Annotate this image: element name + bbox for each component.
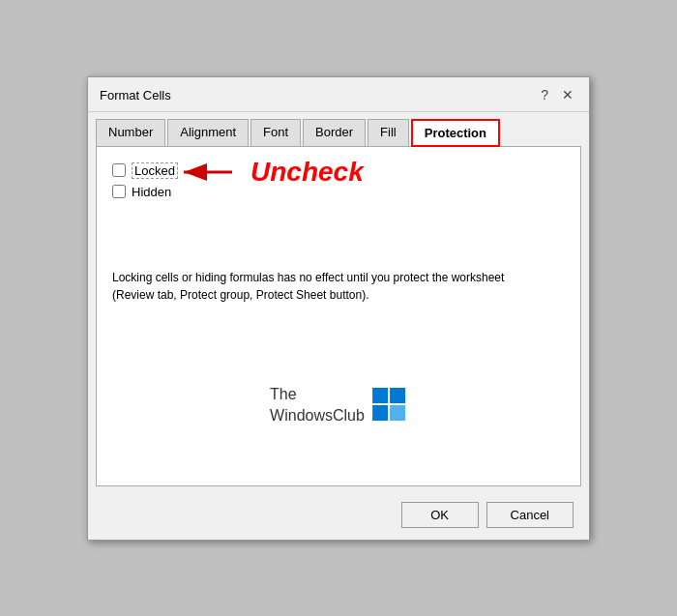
svg-rect-3	[390, 388, 405, 403]
dialog-footer: OK Cancel	[88, 494, 589, 540]
cancel-button[interactable]: Cancel	[486, 502, 574, 528]
svg-rect-5	[390, 405, 405, 421]
svg-rect-2	[372, 388, 388, 403]
watermark: The WindowsClub	[270, 384, 407, 427]
tab-protection[interactable]: Protection	[411, 119, 500, 147]
close-button[interactable]: ✕	[558, 86, 577, 103]
help-button[interactable]: ?	[537, 86, 552, 103]
tab-fill[interactable]: Fill	[368, 119, 409, 147]
description-text: Locking cells or hiding formulas has no …	[112, 269, 518, 304]
windows-logo-icon	[372, 388, 407, 423]
locked-row: Locked	[112, 162, 565, 179]
hidden-label: Hidden	[132, 185, 171, 199]
ok-button[interactable]: OK	[401, 502, 479, 528]
hidden-row: Hidden	[112, 185, 565, 199]
hidden-checkbox[interactable]	[112, 185, 126, 198]
title-bar: Format Cells ? ✕	[88, 77, 589, 112]
tab-border[interactable]: Border	[303, 119, 366, 147]
svg-rect-4	[372, 405, 388, 421]
tab-alignment[interactable]: Alignment	[167, 119, 249, 147]
format-cells-dialog: Format Cells ? ✕ Number Alignment Font B…	[87, 76, 590, 541]
title-bar-buttons: ? ✕	[537, 86, 577, 103]
locked-checkbox[interactable]	[112, 163, 126, 177]
tab-font[interactable]: Font	[250, 119, 301, 147]
tab-bar: Number Alignment Font Border Fill Protec…	[88, 112, 589, 146]
locked-label: Locked	[132, 162, 178, 179]
tab-number[interactable]: Number	[96, 119, 165, 147]
dialog-title: Format Cells	[100, 88, 171, 103]
tab-content: Locked Hidden Uncheck Locking cells or h…	[96, 146, 581, 486]
watermark-text: The WindowsClub	[270, 384, 365, 427]
